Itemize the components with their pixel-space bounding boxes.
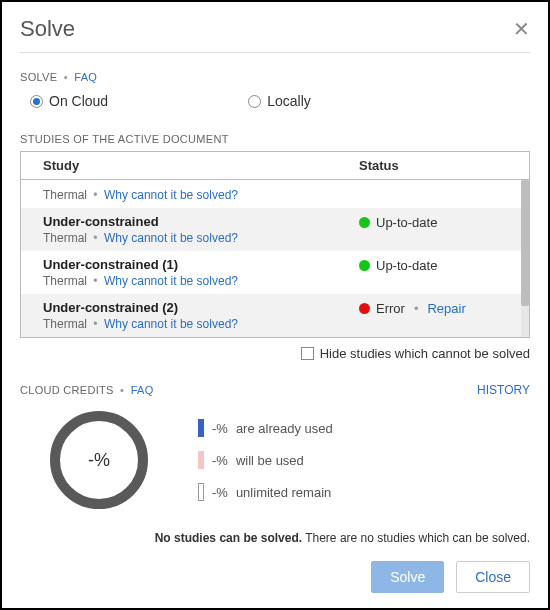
dialog-buttons: Solve Close — [20, 561, 530, 593]
radio-on-cloud[interactable]: On Cloud — [30, 93, 108, 109]
studies-header: Study Status — [21, 152, 529, 179]
why-link[interactable]: Why cannot it be solved? — [104, 231, 238, 245]
radio-icon — [30, 95, 43, 108]
history-link[interactable]: HISTORY — [477, 383, 530, 397]
col-status-header: Status — [359, 158, 529, 173]
radio-icon — [248, 95, 261, 108]
why-link[interactable]: Why cannot it be solved? — [104, 188, 238, 202]
status-text: Up-to-date — [376, 215, 437, 230]
why-link[interactable]: Why cannot it be solved? — [104, 317, 238, 331]
legend-used: -% are already used — [198, 419, 333, 437]
titlebar: Solve ✕ — [20, 16, 530, 53]
credits-ring: -% — [50, 411, 148, 509]
credits-faq-link[interactable]: FAQ — [131, 384, 154, 396]
status-dot-icon — [359, 260, 370, 271]
study-row[interactable]: Under-constrained Thermal • Why cannot i… — [21, 208, 529, 251]
solve-location-radio-group: On Cloud Locally — [30, 93, 530, 109]
credits-legend: -% are already used -% will be used -% u… — [198, 419, 333, 501]
solve-dialog: Solve ✕ SOLVE • FAQ On Cloud Locally STU… — [0, 0, 550, 610]
studies-table: Study Status Thermal • Why cannot it be … — [20, 151, 530, 338]
hide-studies-label: Hide studies which cannot be solved — [320, 346, 530, 361]
close-button[interactable]: Close — [456, 561, 530, 593]
solve-button[interactable]: Solve — [371, 561, 444, 593]
status-text: Up-to-date — [376, 258, 437, 273]
solve-section-label: SOLVE • FAQ — [20, 71, 530, 83]
legend-willbe: -% will be used — [198, 451, 333, 469]
swatch-icon — [198, 483, 204, 501]
status-dot-icon — [359, 303, 370, 314]
dialog-title: Solve — [20, 16, 75, 42]
swatch-icon — [198, 419, 204, 437]
study-row[interactable]: Thermal • Why cannot it be solved? — [21, 180, 529, 208]
study-row[interactable]: Under-constrained (1) Thermal • Why cann… — [21, 251, 529, 294]
credits-body: -% -% are already used -% will be used -… — [20, 411, 530, 509]
why-link[interactable]: Why cannot it be solved? — [104, 274, 238, 288]
study-title: Under-constrained (1) — [43, 257, 359, 272]
ring-value: -% — [88, 450, 110, 471]
study-title: Under-constrained — [43, 214, 359, 229]
close-icon[interactable]: ✕ — [513, 19, 530, 39]
study-title: Under-constrained (2) — [43, 300, 359, 315]
solve-faq-link[interactable]: FAQ — [74, 71, 97, 83]
legend-remain: -% unlimited remain — [198, 483, 333, 501]
scrollbar[interactable] — [521, 180, 529, 337]
studies-section-label: STUDIES OF THE ACTIVE DOCUMENT — [20, 133, 530, 145]
hide-studies-checkbox[interactable] — [301, 347, 314, 360]
status-dot-icon — [359, 217, 370, 228]
swatch-icon — [198, 451, 204, 469]
col-study-header: Study — [43, 158, 359, 173]
hide-studies-row: Hide studies which cannot be solved — [20, 346, 530, 361]
footer-message: No studies can be solved. There are no s… — [20, 531, 530, 545]
studies-body: Thermal • Why cannot it be solved? Under… — [21, 179, 529, 337]
radio-locally[interactable]: Locally — [248, 93, 311, 109]
study-row[interactable]: Under-constrained (2) Thermal • Why cann… — [21, 294, 529, 337]
repair-link[interactable]: Repair — [427, 301, 465, 316]
credits-header: CLOUD CREDITS • FAQ HISTORY — [20, 383, 530, 397]
status-text: Error — [376, 301, 405, 316]
scrollbar-thumb[interactable] — [521, 180, 529, 306]
